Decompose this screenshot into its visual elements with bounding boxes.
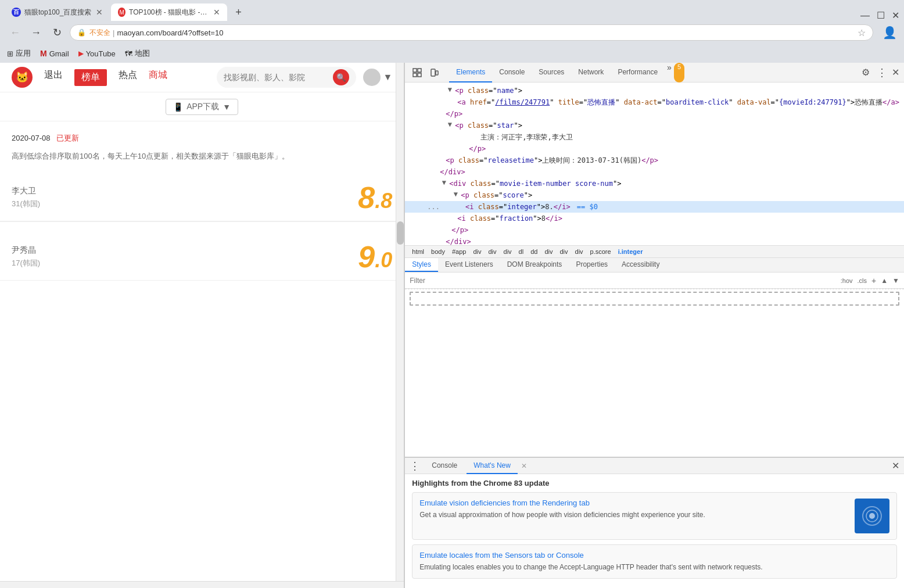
bookmark-apps[interactable]: ⊞ 应用 — [7, 48, 31, 59]
html-line-close-p2[interactable]: </p> — [405, 224, 904, 236]
tab-1[interactable]: 百 猫眼top100_百度搜索 ✕ — [5, 3, 110, 21]
minimize-button[interactable]: — — [860, 10, 870, 21]
devtools-close-button[interactable]: ✕ — [892, 67, 899, 78]
html-line-a[interactable]: <a href="/films/247791" title="恐怖直播" dat… — [405, 96, 904, 108]
html-line-score-num[interactable]: ▼ <div class="movie-item-number score-nu… — [405, 178, 904, 189]
drawer-more-button[interactable]: ⋮ — [410, 460, 420, 472]
dropdown-chevron-icon[interactable]: ▼ — [383, 72, 392, 83]
bookmark-button[interactable]: ☆ — [858, 27, 866, 38]
html-line-name[interactable]: ▼ <p class="name"> — [405, 85, 904, 96]
cls-button[interactable]: .cls — [858, 277, 867, 284]
url-bar[interactable]: 🔒 不安全 | maoyan.com/board/4?offset=10 ☆ — [70, 24, 873, 41]
html-line-integer[interactable]: ... <i class="integer"> 8. </i> == $0 — [405, 201, 904, 213]
user-avatar[interactable] — [363, 69, 381, 86]
bookmark-gmail[interactable]: M Gmail — [40, 49, 69, 58]
tab-2[interactable]: M TOP100榜 - 猫眼电影 - 一网打尽 ✕ — [111, 3, 227, 21]
search-input[interactable] — [224, 73, 328, 82]
close-button[interactable]: ✕ — [892, 10, 899, 21]
expand-name[interactable]: ▼ — [446, 85, 454, 94]
filter-input[interactable] — [410, 277, 835, 285]
back-button[interactable]: ← — [7, 27, 23, 39]
refresh-button[interactable]: ↻ — [49, 26, 65, 39]
bc-dd[interactable]: dd — [528, 247, 540, 256]
html-line-close-div1[interactable]: </div> — [405, 166, 904, 178]
account-button[interactable]: 👤 — [883, 26, 897, 40]
add-style-rule-button[interactable]: + — [871, 276, 876, 285]
styles-placeholder — [410, 292, 899, 306]
bc-div3[interactable]: div — [501, 247, 514, 256]
drawer-tab-whatsnew[interactable]: What's New — [467, 458, 518, 474]
new-tab-button[interactable]: + — [229, 3, 247, 21]
apps-icon: ⊞ — [7, 49, 13, 58]
security-icon: 🔒 — [77, 28, 86, 37]
nav-bangdan[interactable]: 榜单 — [74, 69, 107, 86]
forward-button[interactable]: → — [28, 27, 44, 39]
pseudo-class-button[interactable]: :hov — [841, 277, 853, 284]
tab-performance[interactable]: Performance — [611, 63, 665, 83]
filter-arrow-down[interactable]: ▼ — [892, 277, 899, 285]
expand-score-num[interactable]: ▼ — [440, 178, 448, 187]
update-badge[interactable]: 已更新 — [56, 134, 79, 142]
tab-network[interactable]: Network — [571, 63, 611, 83]
styles-tab-properties[interactable]: Properties — [569, 258, 615, 272]
bookmark-youtube[interactable]: ▶ YouTube — [78, 49, 116, 58]
styles-tab-event[interactable]: Event Listeners — [438, 258, 500, 272]
tab-console[interactable]: Console — [492, 63, 532, 83]
more-tabs-button[interactable]: » — [667, 63, 672, 83]
bc-pscore[interactable]: p.score — [588, 247, 614, 256]
page-hscrollbar[interactable] — [0, 581, 404, 588]
tab-2-close[interactable]: ✕ — [213, 8, 220, 17]
bc-integer[interactable]: i.integer — [616, 247, 645, 256]
tab-elements[interactable]: Elements — [449, 63, 492, 83]
nav-redian[interactable]: 热点 — [119, 69, 137, 86]
search-bar[interactable]: 🔍 — [217, 67, 356, 88]
bookmark-maps[interactable]: 🗺 地图 — [125, 48, 150, 59]
page-scrollbar[interactable] — [396, 63, 404, 588]
styles-tab-dom[interactable]: DOM Breakpoints — [500, 258, 569, 272]
search-button[interactable]: 🔍 — [333, 69, 349, 85]
expand-score[interactable]: ▼ — [451, 190, 460, 198]
bc-app[interactable]: #app — [450, 247, 468, 256]
devtools-settings-button[interactable]: ⚙ — [862, 67, 870, 78]
close-whatsnew-tab[interactable]: ✕ — [521, 462, 527, 470]
card-1-link[interactable]: Emulate vision deficiencies from the Ren… — [419, 499, 848, 507]
bc-div4[interactable]: div — [542, 247, 555, 256]
styles-tab-accessibility[interactable]: Accessibility — [615, 258, 666, 272]
html-line-score[interactable]: ▼ <p class="score"> — [405, 189, 904, 201]
expand-star[interactable]: ▼ — [446, 120, 454, 128]
console-drawer: ⋮ Console What's New ✕ ✕ Highlights from… — [405, 457, 904, 588]
bc-div6[interactable]: div — [573, 247, 586, 256]
html-line-fraction[interactable]: <i class="fraction"> 8 </i> — [405, 213, 904, 224]
html-line-star[interactable]: ▼ <p class="star"> — [405, 120, 904, 131]
bc-div1[interactable]: div — [471, 247, 483, 256]
device-toolbar-button[interactable] — [427, 65, 442, 80]
drawer-close-button[interactable]: ✕ — [892, 460, 899, 471]
card-2-link[interactable]: Emulate locales from the Sensors tab or … — [419, 551, 889, 560]
bc-body[interactable]: body — [429, 247, 447, 256]
html-line-actors[interactable]: 主演：河正宇,李璟荣,李大卫 — [405, 131, 904, 143]
warning-badge[interactable]: 5 — [674, 63, 684, 83]
maximize-button[interactable]: ☐ — [877, 10, 885, 21]
scrollbar-thumb[interactable] — [397, 221, 404, 245]
bc-html[interactable]: html — [410, 247, 426, 256]
filter-arrow-up[interactable]: ▲ — [881, 277, 888, 285]
html-line-close-div2[interactable]: </div> — [405, 236, 904, 245]
devtools-more-button[interactable]: ⋮ — [877, 66, 887, 79]
html-line-releasetime[interactable]: <p class="releasetime"> 上映时间：2013-07-31(… — [405, 155, 904, 166]
styles-tab-styles[interactable]: Styles — [405, 258, 438, 272]
nav-exit[interactable]: 退出 — [44, 69, 63, 86]
tab-1-close[interactable]: ✕ — [96, 8, 103, 17]
update-info: 2020-07-08 已更新 — [12, 133, 392, 144]
app-download-button[interactable]: 📱 APP下载 ▼ — [166, 99, 238, 115]
element-picker-button[interactable] — [410, 65, 425, 80]
drawer-tab-console[interactable]: Console — [425, 458, 464, 474]
tab-sources[interactable]: Sources — [532, 63, 571, 83]
bc-div5[interactable]: div — [557, 247, 570, 256]
html-line-close-p1[interactable]: </p> — [405, 108, 904, 120]
bc-dl[interactable]: dl — [516, 247, 526, 256]
nav-shangcheng[interactable]: 商城 — [149, 69, 167, 86]
bc-div2[interactable]: div — [486, 247, 498, 256]
maoyan-logo[interactable]: 🐱 — [12, 67, 33, 88]
description-text: 高到低综合排序取前100名，每天上午10点更新，相关数据来源于「猫眼电影库」。 — [12, 150, 392, 163]
html-line-close-star[interactable]: </p> — [405, 143, 904, 155]
